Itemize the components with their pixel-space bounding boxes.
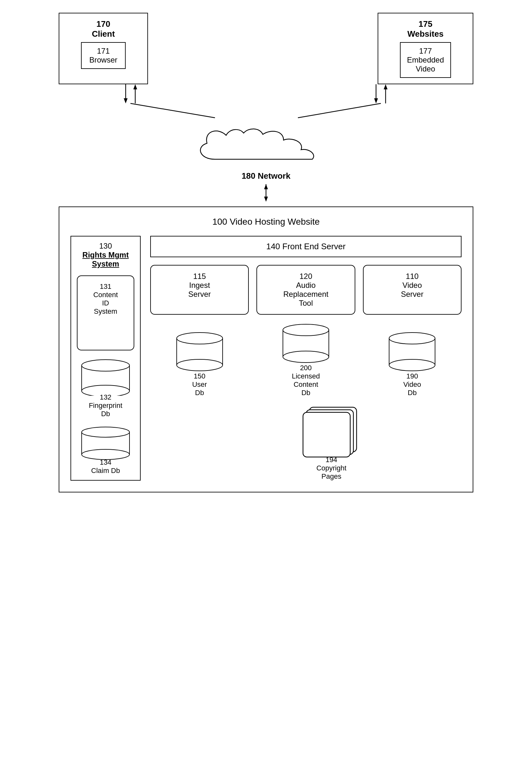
fingerprint-text: FingerprintDb bbox=[89, 402, 122, 418]
hosting-label: Video Hosting Website bbox=[230, 217, 320, 227]
left-column: 130 Rights MgmtSystem 131 ContentIDSyste… bbox=[70, 236, 141, 481]
fingerprint-db-svg bbox=[78, 357, 133, 396]
licensed-db-label: 200 LicensedContentDb bbox=[292, 364, 320, 397]
copyright-pages-svg bbox=[301, 405, 362, 459]
browser-label: Browser bbox=[89, 55, 117, 64]
front-end-box: 140 Front End Server bbox=[150, 236, 462, 257]
svg-rect-30 bbox=[303, 412, 350, 457]
svg-point-27 bbox=[389, 359, 435, 371]
cloud-section: 180 Network bbox=[189, 126, 343, 181]
websites-text: Websites bbox=[407, 29, 444, 39]
fingerprint-label: 132 FingerprintDb bbox=[89, 393, 122, 418]
audio-tool-box: 120 AudioReplacementTool bbox=[256, 265, 355, 315]
claim-db-svg bbox=[78, 425, 133, 460]
client-text: Client bbox=[92, 29, 115, 39]
fingerprint-db-container: 132 FingerprintDb bbox=[78, 357, 133, 418]
network-id: 180 bbox=[241, 171, 255, 181]
copyright-row: 194 CopyrightPages bbox=[150, 405, 462, 481]
embedded-video-box: 177 EmbeddedVideo bbox=[400, 42, 451, 78]
claim-id: 134 bbox=[100, 458, 112, 466]
user-db-container: 150 UserDb bbox=[150, 331, 249, 397]
server-row: 115 IngestServer 120 AudioReplacementToo… bbox=[150, 265, 462, 315]
svg-line-4 bbox=[130, 104, 215, 118]
hosting-outer-box: 100 Video Hosting Website 130 Rights Mgm… bbox=[59, 206, 473, 493]
copyright-label: 194 CopyrightPages bbox=[316, 456, 346, 481]
user-db-svg bbox=[174, 331, 225, 372]
arrow-down-network bbox=[260, 184, 272, 206]
hosting-content: 130 Rights MgmtSystem 131 ContentIDSyste… bbox=[70, 236, 462, 481]
video-db-id: 190 bbox=[406, 372, 418, 380]
network-label: 180 Network bbox=[241, 171, 290, 181]
client-box: 170 Client 171 Browser bbox=[59, 13, 148, 84]
svg-point-17 bbox=[82, 427, 129, 437]
licensed-db-id: 200 bbox=[300, 364, 312, 372]
rights-mgmt-title: 130 Rights MgmtSystem bbox=[82, 242, 128, 268]
client-label: 170 Client bbox=[92, 19, 115, 39]
rights-label: Rights MgmtSystem bbox=[82, 251, 128, 268]
licensed-db-container: 200 LicensedContentDb bbox=[256, 322, 355, 397]
browser-box: 171 Browser bbox=[81, 42, 126, 69]
svg-marker-12 bbox=[264, 184, 268, 189]
ingest-label: IngestServer bbox=[188, 281, 211, 298]
audio-label: AudioReplacementTool bbox=[283, 281, 328, 307]
copyright-id: 194 bbox=[326, 456, 337, 464]
top-row: 170 Client 171 Browser 175 Websites 177 … bbox=[59, 13, 473, 84]
video-db-svg bbox=[386, 331, 437, 372]
rights-id: 130 bbox=[99, 242, 112, 250]
svg-point-24 bbox=[283, 351, 329, 363]
copyright-text: CopyrightPages bbox=[316, 464, 346, 480]
copyright-pages-container: 194 CopyrightPages bbox=[201, 405, 462, 481]
cloud-svg bbox=[189, 126, 343, 170]
svg-marker-8 bbox=[384, 84, 387, 89]
svg-point-20 bbox=[177, 333, 223, 344]
svg-marker-6 bbox=[374, 98, 378, 104]
embedded-video-id: 177 bbox=[419, 46, 432, 55]
content-id-label: ContentIDSystem bbox=[93, 291, 118, 315]
diagram-container: 170 Client 171 Browser 175 Websites 177 … bbox=[59, 13, 473, 493]
hosting-title: 100 Video Hosting Website bbox=[70, 217, 462, 227]
hosting-id: 100 bbox=[212, 217, 227, 227]
licensed-db-svg bbox=[280, 322, 331, 364]
svg-marker-11 bbox=[264, 197, 268, 202]
network-text: Network bbox=[258, 171, 291, 181]
video-server-box: 110 VideoServer bbox=[363, 265, 462, 315]
user-db-id: 150 bbox=[194, 372, 206, 380]
svg-marker-3 bbox=[133, 84, 137, 89]
svg-marker-1 bbox=[124, 98, 127, 104]
svg-point-23 bbox=[283, 324, 329, 336]
claim-db-container: 134 Claim Db bbox=[78, 425, 133, 475]
top-arrows-svg bbox=[59, 84, 473, 123]
websites-id: 175 bbox=[418, 19, 432, 29]
svg-point-26 bbox=[389, 333, 435, 344]
browser-id: 171 bbox=[97, 46, 110, 55]
front-end-label: Front End Server bbox=[282, 242, 346, 251]
svg-point-14 bbox=[82, 360, 129, 371]
fingerprint-id: 132 bbox=[100, 393, 112, 401]
content-id-num: 131 bbox=[100, 283, 112, 290]
embedded-video-label: EmbeddedVideo bbox=[407, 55, 444, 73]
front-end-id: 140 bbox=[266, 242, 280, 251]
video-db-text: VideoDb bbox=[403, 380, 421, 397]
ingest-id: 115 bbox=[193, 272, 206, 281]
content-id-box: 131 ContentIDSystem bbox=[77, 275, 134, 350]
claim-label: 134 Claim Db bbox=[91, 458, 120, 475]
ingest-server-box: 115 IngestServer bbox=[150, 265, 249, 315]
claim-text: Claim Db bbox=[91, 467, 120, 474]
right-area: 140 Front End Server 115 IngestServer 12… bbox=[150, 236, 462, 481]
audio-id: 120 bbox=[299, 272, 312, 281]
video-server-id: 110 bbox=[406, 272, 418, 281]
user-db-label: 150 UserDb bbox=[192, 372, 207, 397]
video-db-container: 190 VideoDb bbox=[363, 331, 462, 397]
client-id: 170 bbox=[96, 19, 110, 29]
video-db-label: 190 VideoDb bbox=[403, 372, 421, 397]
user-db-text: UserDb bbox=[192, 380, 207, 397]
svg-point-21 bbox=[177, 359, 223, 371]
websites-label: 175 Websites bbox=[407, 19, 444, 39]
db-row: 150 UserDb 200 LicensedCont bbox=[150, 322, 462, 397]
video-server-label: VideoServer bbox=[401, 281, 424, 298]
websites-box: 175 Websites 177 EmbeddedVideo bbox=[378, 13, 473, 84]
svg-line-9 bbox=[298, 104, 381, 118]
licensed-db-text: LicensedContentDb bbox=[292, 372, 320, 397]
